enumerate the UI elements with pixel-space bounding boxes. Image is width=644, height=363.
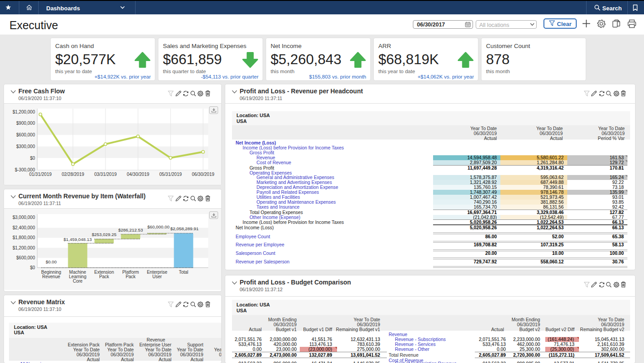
svg-text:$600,000: $600,000	[16, 255, 35, 260]
svg-text:$3,000,000: $3,000,000	[13, 215, 35, 220]
svg-text:02/28/2019: 02/28/2019	[61, 172, 84, 177]
svg-text:01/31/2019: 01/31/2019	[29, 172, 52, 177]
svg-text:06/30/2019: 06/30/2019	[192, 172, 214, 177]
svg-text:$600,000: $600,000	[16, 132, 35, 137]
svg-text:Pack: Pack	[126, 274, 136, 279]
svg-text:$2,058,289.91: $2,058,289.91	[170, 226, 199, 231]
svg-text:$2,400,000: $2,400,000	[13, 225, 35, 230]
svg-text:Core: Core	[73, 279, 83, 284]
svg-text:04/30/2019: 04/30/2019	[127, 172, 149, 177]
svg-text:$253,029.25: $253,029.25	[92, 232, 117, 237]
svg-text:Total: Total	[179, 270, 188, 275]
svg-text:$900,000: $900,000	[16, 121, 35, 126]
svg-text:$-300,000: $-300,000	[15, 167, 35, 172]
svg-text:$300,000: $300,000	[16, 144, 35, 149]
svg-text:$0: $0	[30, 265, 35, 270]
svg-text:Revenue: Revenue	[42, 274, 60, 279]
svg-text:$1,200,000: $1,200,000	[13, 109, 35, 114]
svg-text:$1,459,048.13: $1,459,048.13	[63, 237, 92, 242]
svg-text:User: User	[152, 274, 162, 279]
svg-text:03/31/2019: 03/31/2019	[94, 172, 117, 177]
svg-text:$60,000.00: $60,000.00	[147, 224, 170, 229]
svg-text:$1,800,000: $1,800,000	[13, 235, 35, 240]
svg-text:$1,200,000: $1,200,000	[13, 245, 35, 250]
svg-text:Pack: Pack	[99, 274, 110, 279]
svg-text:$0: $0	[30, 156, 35, 161]
svg-text:05/31/2019: 05/31/2019	[159, 172, 182, 177]
svg-text:$0.00: $0.00	[46, 259, 57, 264]
svg-text:$286,212.53: $286,212.53	[118, 227, 143, 232]
